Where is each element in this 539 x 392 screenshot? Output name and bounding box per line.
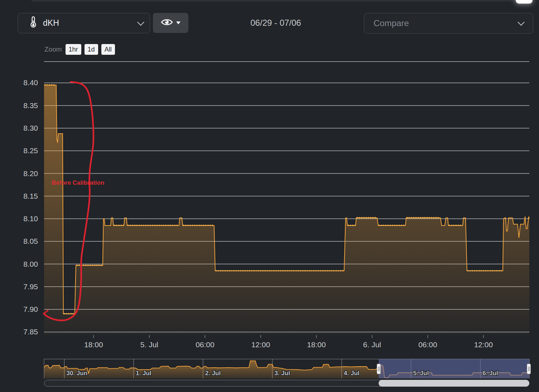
- y-axis-label: 8.30: [23, 124, 38, 132]
- y-axis-label: 7.90: [23, 305, 38, 313]
- y-axis-label: 8.10: [23, 214, 38, 223]
- x-axis-label: 6. Jul: [363, 340, 381, 349]
- y-axis-label: 8.15: [23, 192, 38, 200]
- navigator-left-handle[interactable]: [377, 364, 381, 374]
- x-axis-label: 18:00: [307, 340, 326, 349]
- navigator-day-label: 4. Jul: [344, 370, 359, 377]
- y-axis-label: 8.00: [23, 260, 38, 268]
- navigator-right-handle[interactable]: [527, 364, 531, 374]
- y-axis-label: 8.20: [23, 169, 38, 178]
- navigator-day-label: 1. Jul: [136, 370, 151, 377]
- series-area-fill: [44, 85, 529, 335]
- x-axis-label: 5. Jul: [140, 340, 158, 349]
- navigator-day-label: 5. Jul: [413, 370, 429, 377]
- navigator-selected-range[interactable]: [379, 359, 529, 378]
- x-axis-label: 12:00: [251, 340, 270, 349]
- y-axis-label: 8.25: [23, 146, 38, 155]
- y-axis-label: 8.35: [23, 101, 38, 110]
- y-axis-label: 7.85: [23, 328, 38, 336]
- navigator-day-label: 2. Jul: [205, 370, 221, 377]
- chart-panel: dKH 06/29 - 07/06 Compare Zoom 1hr 1d Al…: [0, 0, 539, 392]
- navigator-day-label: 6. Jul: [482, 370, 498, 377]
- navigator-day-label: 30. Jun: [66, 370, 87, 377]
- y-axis-label: 7.95: [23, 282, 38, 291]
- chart-scrollbar-thumb[interactable]: [379, 380, 529, 387]
- alkalinity-area-chart[interactable]: 8.408.358.308.258.208.158.108.058.007.95…: [0, 0, 539, 392]
- navigator-day-label: 3. Jul: [274, 370, 290, 377]
- y-axis-label: 8.05: [23, 237, 38, 245]
- x-axis-label: 12:00: [474, 340, 493, 349]
- x-axis-label: 18:00: [84, 340, 103, 349]
- x-axis-label: 06:00: [418, 340, 437, 349]
- x-axis-label: 06:00: [196, 340, 215, 349]
- y-axis-label: 8.40: [23, 78, 38, 87]
- annotation-before-calibration: Before Calibration: [52, 179, 104, 187]
